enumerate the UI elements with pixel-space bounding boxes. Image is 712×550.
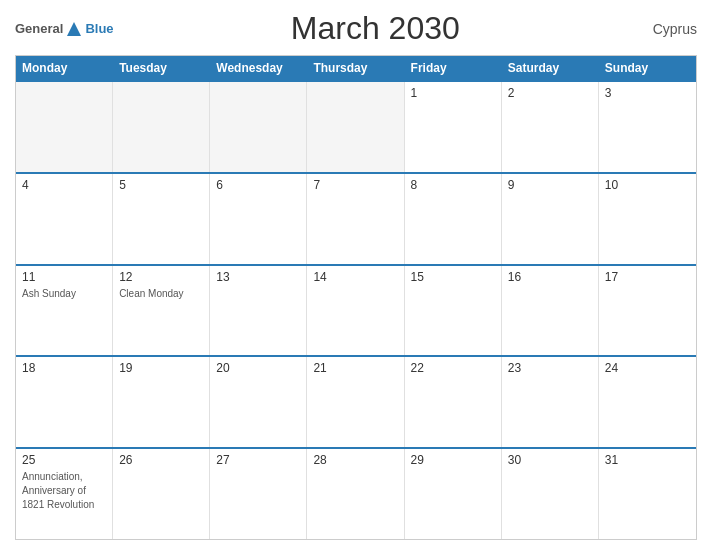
cell-w4-thu: 21 — [307, 357, 404, 447]
page: General Blue March 2030 Cyprus Monday Tu… — [0, 0, 712, 550]
cell-w2-sat: 9 — [502, 174, 599, 264]
weekday-saturday: Saturday — [502, 56, 599, 80]
cell-w2-mon: 4 — [16, 174, 113, 264]
cell-w4-sun: 24 — [599, 357, 696, 447]
logo-general-text: General — [15, 21, 63, 36]
cell-w3-wed: 13 — [210, 266, 307, 356]
cell-w5-wed: 27 — [210, 449, 307, 539]
cell-w5-mon: 25 Annunciation, Anniversary of 1821 Rev… — [16, 449, 113, 539]
cell-w3-thu: 14 — [307, 266, 404, 356]
weekday-wednesday: Wednesday — [210, 56, 307, 80]
cell-w1-fri: 1 — [405, 82, 502, 172]
cell-w5-thu: 28 — [307, 449, 404, 539]
cell-w5-tue: 26 — [113, 449, 210, 539]
week-3: 11 Ash Sunday 12 Clean Monday 13 14 15 1 — [16, 264, 696, 356]
logo-blue-text: Blue — [85, 21, 113, 36]
svg-marker-0 — [67, 22, 81, 36]
weekday-monday: Monday — [16, 56, 113, 80]
cell-w1-mon — [16, 82, 113, 172]
cell-w5-sat: 30 — [502, 449, 599, 539]
week-1: 1 2 3 — [16, 80, 696, 172]
header: General Blue March 2030 Cyprus — [15, 10, 697, 47]
weekday-tuesday: Tuesday — [113, 56, 210, 80]
logo-icon — [65, 20, 83, 38]
week-4: 18 19 20 21 22 23 24 — [16, 355, 696, 447]
cell-w3-sat: 16 — [502, 266, 599, 356]
cell-w1-sat: 2 — [502, 82, 599, 172]
cell-w3-fri: 15 — [405, 266, 502, 356]
cell-w2-thu: 7 — [307, 174, 404, 264]
page-title: March 2030 — [114, 10, 637, 47]
cell-w4-wed: 20 — [210, 357, 307, 447]
week-2: 4 5 6 7 8 9 10 — [16, 172, 696, 264]
cell-w2-tue: 5 — [113, 174, 210, 264]
cell-w3-sun: 17 — [599, 266, 696, 356]
calendar: Monday Tuesday Wednesday Thursday Friday… — [15, 55, 697, 540]
cell-w4-fri: 22 — [405, 357, 502, 447]
cell-w2-fri: 8 — [405, 174, 502, 264]
cell-w5-fri: 29 — [405, 449, 502, 539]
weekday-sunday: Sunday — [599, 56, 696, 80]
calendar-body: 1 2 3 4 5 6 — [16, 80, 696, 539]
cell-w1-wed — [210, 82, 307, 172]
calendar-header: Monday Tuesday Wednesday Thursday Friday… — [16, 56, 696, 80]
cell-w4-mon: 18 — [16, 357, 113, 447]
week-5: 25 Annunciation, Anniversary of 1821 Rev… — [16, 447, 696, 539]
cell-w2-sun: 10 — [599, 174, 696, 264]
cell-w4-sat: 23 — [502, 357, 599, 447]
cell-w3-tue: 12 Clean Monday — [113, 266, 210, 356]
cell-w1-thu — [307, 82, 404, 172]
cell-w3-mon: 11 Ash Sunday — [16, 266, 113, 356]
cell-w1-sun: 3 — [599, 82, 696, 172]
country-label: Cyprus — [637, 21, 697, 37]
cell-w1-tue — [113, 82, 210, 172]
weekday-thursday: Thursday — [307, 56, 404, 80]
cell-w2-wed: 6 — [210, 174, 307, 264]
weekday-friday: Friday — [405, 56, 502, 80]
logo: General Blue — [15, 20, 114, 38]
cell-w5-sun: 31 — [599, 449, 696, 539]
cell-w4-tue: 19 — [113, 357, 210, 447]
